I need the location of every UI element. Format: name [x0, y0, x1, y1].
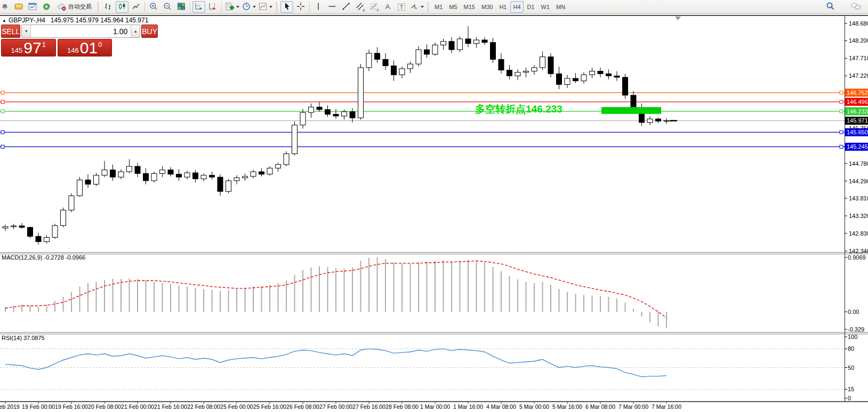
navigator-button[interactable]	[40, 1, 53, 13]
buy-price-button[interactable]: 146 01 0	[58, 39, 112, 56]
timeframe-group: M1M5M15M30H1H4D1W1MN	[431, 1, 568, 13]
rsi-line	[5, 349, 666, 377]
svg-text:0.00: 0.00	[848, 309, 859, 315]
search-button[interactable]	[824, 1, 837, 13]
svg-text:20 Feb 08:00: 20 Feb 08:00	[88, 403, 121, 410]
volume-increase-button[interactable]: ▲	[131, 25, 140, 37]
chart-title: ▲ GBPJPY-,H4 145.975 145.979 145.964 145…	[2, 17, 148, 24]
ohlc-quotes-label: 145.975 145.979 145.964 145.971	[51, 17, 149, 24]
data-window-icon	[28, 2, 37, 12]
application-window: 单 自动交易	[0, 0, 868, 412]
autotrading-cloud-icon	[57, 2, 67, 12]
bar-chart-button[interactable]	[102, 1, 115, 13]
crosshair-tool-button[interactable]	[294, 1, 307, 13]
toolbar-right-icons	[823, 1, 863, 13]
auto-scroll-icon	[194, 2, 204, 12]
sell-price-prefix: 145	[11, 46, 23, 54]
chart-shift-button[interactable]	[206, 1, 219, 13]
line-chart-button[interactable]	[130, 1, 142, 13]
navigator-icon	[42, 2, 51, 12]
sell-button[interactable]: SELL	[1, 25, 20, 38]
svg-text:145.650: 145.650	[847, 129, 868, 135]
toolbar-grip	[276, 2, 278, 12]
equidistant-channel-tool-button[interactable]: E	[353, 1, 366, 13]
zoom-out-button[interactable]	[161, 1, 174, 13]
templates-dropdown-caret	[269, 6, 272, 8]
svg-text:21 Feb 16:00: 21 Feb 16:00	[154, 403, 187, 410]
svg-text:147.710: 147.710	[849, 55, 868, 61]
svg-text:0.9069: 0.9069	[848, 254, 866, 261]
chat-button[interactable]	[850, 1, 863, 13]
svg-text:8 Feb 2019: 8 Feb 2019	[0, 403, 20, 410]
templates-button[interactable]	[258, 1, 273, 13]
svg-text:1 Mar 00:00: 1 Mar 00:00	[420, 403, 450, 410]
buy-button-label: BUY	[142, 27, 157, 36]
zoom-in-icon	[149, 2, 158, 12]
zoom-in-button[interactable]	[147, 1, 160, 13]
svg-text:145.245: 145.245	[847, 143, 868, 150]
timeframe-W1[interactable]: W1	[539, 1, 553, 13]
autotrading-button[interactable]: 自动交易	[54, 1, 94, 13]
periods-button[interactable]	[241, 1, 256, 13]
svg-text:146.496: 146.496	[847, 99, 868, 105]
new-order-button[interactable]: 单	[0, 1, 11, 13]
macd-label: MACD(12,26,9) -0.2728 -0.0966	[2, 254, 85, 261]
symbol-marker-icon: ▲	[2, 18, 6, 23]
timeframe-MN[interactable]: MN	[553, 1, 568, 13]
horizontal-line-tool-button[interactable]	[326, 1, 339, 13]
macd-panel[interactable]: 0.90690.00-0.329	[5, 254, 866, 333]
search-icon	[825, 1, 835, 12]
timeframe-H4[interactable]: H4	[510, 1, 523, 13]
chart-canvas[interactable]: 148.680148.200147.710147.220146.730146.2…	[0, 0, 868, 412]
volume-input[interactable]	[31, 25, 131, 37]
indicators-button[interactable]	[224, 1, 240, 13]
autotrading-label: 自动交易	[68, 3, 92, 11]
indicators-dropdown-caret	[236, 6, 239, 8]
auto-scroll-button[interactable]	[192, 1, 205, 13]
tile-windows-button[interactable]	[175, 1, 188, 13]
svg-text:144.290: 144.290	[849, 178, 868, 184]
cursor-icon	[282, 2, 292, 12]
arrows-tool-button[interactable]	[409, 1, 424, 13]
sell-price-pip: 1	[42, 41, 46, 49]
toolbar-separator	[221, 2, 222, 12]
svg-text:80: 80	[848, 345, 854, 352]
svg-text:50: 50	[848, 365, 854, 371]
cursor-tool-button[interactable]	[280, 1, 293, 13]
data-window-button[interactable]	[26, 1, 39, 13]
channel-letter: E	[363, 9, 365, 12]
vertical-line-tool-button[interactable]	[312, 1, 325, 13]
fibonacci-tool-button[interactable]: F	[367, 1, 380, 13]
trendline-tool-button[interactable]	[340, 1, 352, 13]
timeframe-M15[interactable]: M15	[461, 1, 478, 13]
main-toolbar: 单 自动交易	[0, 0, 868, 14]
candlestick-chart-icon	[117, 2, 127, 12]
time-axis[interactable]: 8 Feb 201919 Feb 00:0019 Feb 16:0020 Feb…	[0, 402, 681, 410]
svg-text:27 Feb 00:00: 27 Feb 00:00	[319, 403, 352, 410]
buy-button[interactable]: BUY	[141, 25, 158, 38]
toolbar-grip	[427, 2, 429, 12]
svg-text:144.780: 144.780	[849, 160, 868, 167]
text-tool-button[interactable]: A	[381, 1, 394, 13]
sell-price-button[interactable]: 145 97 1	[1, 39, 56, 56]
svg-text:143.320: 143.320	[849, 213, 868, 219]
timeframe-H1[interactable]: H1	[496, 1, 509, 13]
svg-text:148.680: 148.680	[849, 20, 868, 27]
timeframe-M30[interactable]: M30	[479, 1, 495, 13]
toolbar-separator	[190, 2, 190, 12]
svg-text:19 Feb 00:00: 19 Feb 00:00	[22, 403, 55, 410]
toolbar-separator	[309, 2, 310, 12]
svg-text:5 Mar 16:00: 5 Mar 16:00	[552, 403, 582, 410]
price-axis[interactable]: 148.680148.200147.710147.220146.730146.2…	[845, 20, 868, 254]
svg-text:26 Feb 08:00: 26 Feb 08:00	[286, 403, 319, 410]
one-click-trading-panel: SELL ▼ ▲ BUY 145 97 1 146 01 0	[1, 25, 112, 56]
timeframe-M1[interactable]: M1	[432, 1, 445, 13]
candlestick-chart-button[interactable]	[116, 1, 128, 13]
market-watch-button[interactable]	[12, 1, 25, 13]
volume-decrease-button[interactable]: ▼	[22, 25, 31, 37]
timeframe-D1[interactable]: D1	[525, 1, 537, 13]
rsi-panel[interactable]: 1008050150	[0, 334, 857, 401]
indicators-icon	[224, 2, 235, 12]
timeframe-M5[interactable]: M5	[446, 1, 460, 13]
text-label-tool-button[interactable]: T	[395, 1, 408, 13]
